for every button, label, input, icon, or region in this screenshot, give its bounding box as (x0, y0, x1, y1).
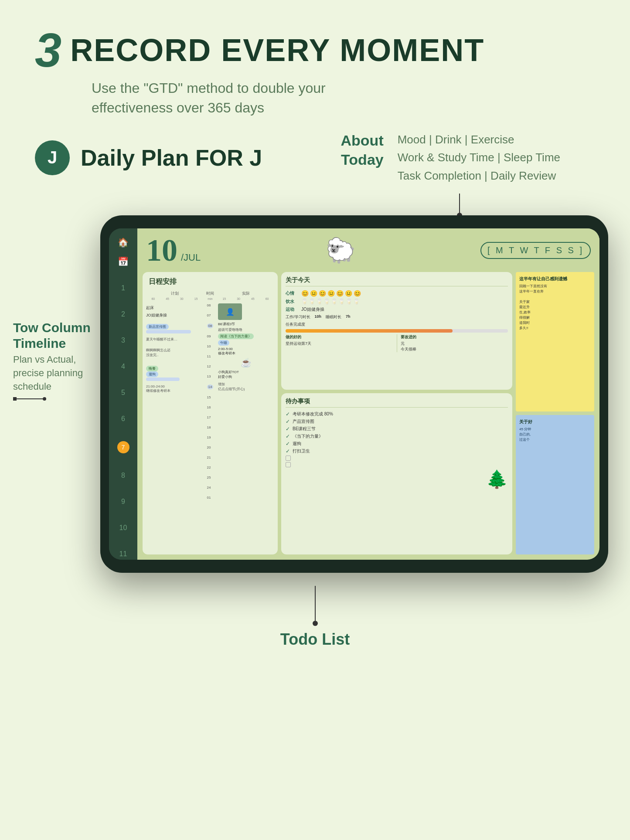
date-number: 10 (146, 235, 177, 266)
scale-actual: 15304560 (217, 297, 274, 300)
drink-label: 饮水 (286, 299, 299, 305)
actual-img: 👤 (218, 303, 242, 320)
home-icon[interactable]: 🏠 (115, 237, 132, 248)
checkbox-empty-1[interactable] (286, 456, 291, 461)
good-col: 做的好的 坚持运动第7天 (286, 334, 393, 352)
tow-column-desc: Plan vs Actual, precise planning schedul… (13, 353, 105, 393)
scale-marks: 60453015 min 15304560 (146, 297, 274, 300)
drink-icon-7: 🥛 (346, 299, 352, 305)
j-circle: J (35, 140, 70, 175)
drink-icon-6: 🥛 (338, 299, 345, 305)
notes-column: 这半年有让自己感到遗憾 回顾一下居然没有 这半年一直在奔 关于家 最近升 生,效… (516, 272, 594, 554)
sidebar: 🏠 📅 1 2 3 4 5 6 7 8 9 (109, 228, 137, 560)
checkbox-empty-2[interactable] (286, 462, 291, 467)
task-completion-label: 任务完成度 (286, 322, 305, 326)
todo-text-3: BE课程三节 (293, 426, 316, 432)
time-header: 时间 (203, 291, 217, 296)
about-today-card-title: 关于今天 (286, 276, 508, 286)
drink-icon-3: 🥛 (316, 299, 323, 305)
actual-dog: 小狗真好TOT好爱小狗 (218, 370, 274, 379)
actual-add: 增加亿点点细节(开心) (218, 382, 274, 391)
mood-icons: 😊 😐 😊 😐 😊 😐 😊 (301, 290, 361, 297)
hour-24: 24 (207, 486, 214, 490)
check-icon-3: ✓ (286, 426, 290, 432)
plan-item-walk: 遛狗 (146, 372, 202, 377)
plan-item-study: 21:00-24:00继续修改考研本 (146, 384, 202, 393)
drink-icon-5: 🥛 (331, 299, 337, 305)
hour-12: 12 (207, 364, 214, 368)
improve-value1: 元 (401, 341, 508, 347)
hour-09: 09 (207, 334, 214, 338)
scale-plan: 60453015 (146, 297, 203, 300)
work-study-label: 工作/学习时长 (286, 314, 310, 320)
plan-item-bar2 (146, 377, 202, 381)
todo-text-5: 遛狗 (293, 441, 301, 447)
good-value: 坚持运动第7天 (286, 341, 393, 347)
schedule-sub-headers: 计划 时间 实际 (146, 291, 274, 296)
sidebar-num-6: 6 (121, 415, 125, 423)
sidebar-num-3: 3 (121, 337, 125, 344)
progress-bar-fill (286, 329, 453, 333)
todo-text-4: 《当下的力量》 (293, 433, 323, 439)
sheep-decoration: 🐑 (326, 236, 356, 265)
tow-column-title: Tow Column Timeline (13, 320, 105, 351)
improve-col-header: 要改进的 (401, 334, 508, 340)
plan-item-bar1 (146, 330, 202, 333)
todo-item-1: ✓ 考研本修改完成 80% (286, 411, 508, 417)
coffee-icon: ☕ (218, 357, 274, 368)
record-title: RECORD EVERY MOMENT (70, 32, 484, 68)
plan-item-wake: 起床 (146, 305, 202, 311)
sticky-note-2: 关于好 45 分钟 自己的, 过这个 (516, 415, 594, 554)
actual-header: 实际 (217, 291, 274, 296)
hour-07: 07 (207, 313, 214, 317)
page-layout: 3 RECORD EVERY MOMENT Use the "GTD" meth… (0, 0, 630, 675)
hour-13: 13 (207, 374, 214, 378)
check-icon-6: ✓ (286, 448, 290, 454)
week-days: [ M T W T F S S ] (480, 242, 591, 259)
about-label: AboutToday (341, 131, 384, 169)
todo-item-6: ✓ 打扫卫生 (286, 448, 508, 454)
about-todo-column: 关于今天 心情 😊 😐 😊 😐 (281, 272, 512, 554)
note2-title: 关于好 (519, 418, 591, 425)
hour-15: 15 (207, 395, 214, 399)
plan-item-nap: 夏天午睡醒不过来… (146, 337, 202, 342)
sidebar-num-11: 11 (119, 550, 127, 558)
schedule-column: 日程安排 计划 时间 实际 (143, 272, 278, 554)
improve-col: 要改进的 元 今天很棒 (401, 334, 508, 352)
mood-icon-5: 😊 (336, 290, 344, 297)
hour-25: 25 (207, 476, 214, 480)
todo-connector-dot (313, 621, 318, 626)
drink-icon-8: 🥛 (353, 299, 360, 305)
mood-icon-6: 😐 (345, 290, 352, 297)
task-progress-bar (286, 329, 508, 333)
plan-header: 计划 (146, 291, 203, 296)
work-study-value: 10h (315, 314, 322, 320)
actual-nap: 午睡 (218, 340, 274, 345)
about-line1: Mood | Drink | Exercise (398, 131, 560, 149)
sleep-value: 7h (346, 314, 351, 320)
date-month: /JUL (181, 252, 201, 263)
daily-plan-left: J Daily Plan FOR J (35, 140, 262, 175)
actual-be-course: BE课程3节 (218, 322, 274, 326)
about-details: Mood | Drink | Exercise Work & Study Tim… (398, 131, 560, 185)
calendar-icon[interactable]: 📅 (115, 256, 132, 267)
todo-text-6: 打扫卫生 (293, 448, 310, 454)
todo-label: Todo List (280, 630, 350, 649)
about-today-section: AboutToday Mood | Drink | Exercise Work … (341, 131, 560, 185)
drink-icon-4: 🥛 (324, 299, 330, 305)
mood-row: 心情 😊 😐 😊 😐 😊 😐 (286, 290, 508, 297)
sidebar-numbers: 1 2 3 4 5 6 7 8 9 10 11 (117, 284, 129, 560)
drink-icon-2: 🥛 (309, 299, 315, 305)
todo-item-3: ✓ BE课程三节 (286, 426, 508, 432)
hour-22: 22 (207, 466, 214, 469)
time-column: 06 07 08 09 10 11 12 13 (203, 302, 217, 553)
drink-icon-1: 🥛 (301, 299, 308, 305)
note2-content: 45 分钟 自己的, 过这个 (519, 427, 591, 442)
subtitle-line1: Use the "GTD" method to double your (92, 80, 326, 96)
mood-icon-7: 😊 (354, 290, 361, 297)
sidebar-num-10: 10 (119, 524, 127, 532)
improve-value2: 今天很棒 (401, 347, 508, 352)
bottom-section: Todo List (0, 573, 630, 675)
exercise-value: JO姐健身操 (301, 306, 324, 313)
todo-connector-line (315, 586, 316, 621)
